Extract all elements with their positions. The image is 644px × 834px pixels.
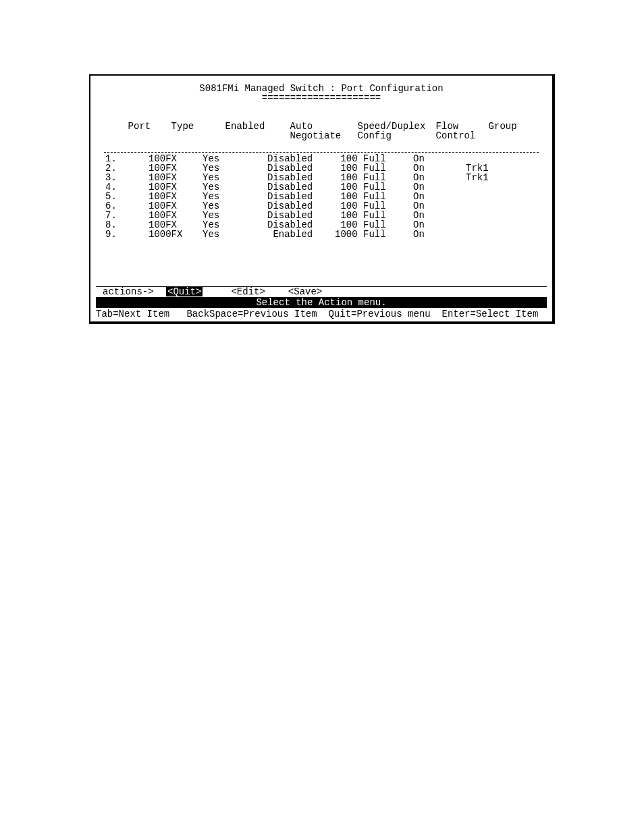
cell-port: 5. xyxy=(96,192,149,201)
hdr-enabled: Enabled xyxy=(225,122,290,131)
hdr-speed: Speed/DuplexConfig xyxy=(358,122,436,140)
hdr-flow-2: Control xyxy=(436,130,476,141)
cell-neg: Disabled xyxy=(267,201,335,211)
actions-label: actions-> xyxy=(103,287,166,296)
cell-port: 9. xyxy=(96,230,149,239)
cell-speed: 100 Full xyxy=(335,201,413,211)
table-body: 1.100FXYesDisabled 100 FullOn2.100FXYesD… xyxy=(96,154,547,286)
cell-port: 1. xyxy=(96,154,149,163)
cell-flow: On xyxy=(413,192,466,201)
cell-flow: On xyxy=(413,201,466,211)
table-row[interactable]: 8.100FXYesDisabled 100 FullOn xyxy=(96,220,547,230)
cell-speed: 100 Full xyxy=(335,211,413,220)
cell-port: 4. xyxy=(96,182,149,192)
cell-type: 100FX xyxy=(149,192,203,201)
cell-enabled: Yes xyxy=(203,211,267,220)
cell-flow: On xyxy=(413,173,466,182)
cell-neg: Disabled xyxy=(267,220,335,230)
cell-speed: 100 Full xyxy=(335,182,413,192)
cell-speed: 100 Full xyxy=(335,192,413,201)
cell-neg: Enabled xyxy=(267,230,335,239)
cell-port: 2. xyxy=(96,163,149,173)
cell-type: 100FX xyxy=(149,182,203,192)
cell-group: Trk1 xyxy=(466,173,506,182)
table-row[interactable]: 1.100FXYesDisabled 100 FullOn xyxy=(96,154,547,163)
cell-type: 100FX xyxy=(149,211,203,220)
cell-flow: On xyxy=(413,211,466,220)
cell-neg: Disabled xyxy=(267,211,335,220)
cell-enabled: Yes xyxy=(203,220,267,230)
hdr-type: Type xyxy=(171,122,225,131)
hdr-neg-2: Negotiate xyxy=(290,130,342,141)
cell-port: 6. xyxy=(96,201,149,211)
table-row[interactable]: 7.100FXYesDisabled 100 FullOn xyxy=(96,211,547,220)
table-row[interactable]: 4.100FXYesDisabled 100 FullOn xyxy=(96,182,547,192)
cell-type: 100FX xyxy=(149,201,203,211)
quit-button[interactable]: <Quit> xyxy=(166,287,203,296)
header-rule xyxy=(104,152,539,153)
cell-enabled: Yes xyxy=(203,201,267,211)
table-header: PortTypeEnabledAutoNegotiateSpeed/Duplex… xyxy=(96,103,547,150)
page-title: S081FMi Managed Switch : Port Configurat… xyxy=(96,84,547,93)
cell-speed: 100 Full xyxy=(335,154,413,163)
cell-enabled: Yes xyxy=(203,173,267,182)
cell-type: 1000FX xyxy=(149,230,203,239)
hdr-neg: AutoNegotiate xyxy=(290,122,358,140)
table-row[interactable]: 6.100FXYesDisabled 100 FullOn xyxy=(96,201,547,211)
help-bar: Tab=Next Item BackSpace=Previous Item Qu… xyxy=(96,309,547,320)
hint-bar: Select the Action menu. xyxy=(96,297,547,308)
hdr-flow: FlowControl xyxy=(436,122,489,140)
cell-enabled: Yes xyxy=(203,192,267,201)
cell-type: 100FX xyxy=(149,220,203,230)
cell-port: 7. xyxy=(96,211,149,220)
save-button[interactable]: <Save> xyxy=(287,287,323,296)
title-underline: ===================== xyxy=(96,93,547,103)
cell-enabled: Yes xyxy=(203,182,267,192)
cell-neg: Disabled xyxy=(267,182,335,192)
table-row[interactable]: 2.100FXYesDisabled 100 FullOnTrk1 xyxy=(96,163,547,173)
cell-neg: Disabled xyxy=(267,163,335,173)
cell-enabled: Yes xyxy=(203,154,267,163)
device-name: S081FMi Managed Switch xyxy=(199,84,324,93)
cell-speed: 100 Full xyxy=(335,220,413,230)
hdr-port: Port xyxy=(119,122,171,131)
cell-speed: 100 Full xyxy=(335,163,413,173)
cell-enabled: Yes xyxy=(203,230,267,239)
cell-type: 100FX xyxy=(149,154,203,163)
cell-enabled: Yes xyxy=(203,163,267,173)
cell-port: 8. xyxy=(96,220,149,230)
cell-type: 100FX xyxy=(149,173,203,182)
table-row[interactable]: 5.100FXYesDisabled 100 FullOn xyxy=(96,192,547,201)
cell-neg: Disabled xyxy=(267,173,335,182)
cell-speed: 1000 Full xyxy=(335,230,413,239)
table-row[interactable]: 9.1000FXYes Enabled1000 FullOn xyxy=(96,230,547,239)
cell-port: 3. xyxy=(96,173,149,182)
edit-button[interactable]: <Edit> xyxy=(230,287,266,296)
terminal-window: S081FMi Managed Switch : Port Configurat… xyxy=(89,74,555,324)
cell-neg: Disabled xyxy=(267,154,335,163)
cell-group: Trk1 xyxy=(466,163,506,173)
actions-bar: actions-><Quit><Edit><Save> xyxy=(96,287,547,297)
cell-flow: On xyxy=(413,163,466,173)
cell-flow: On xyxy=(413,230,466,239)
hdr-spd-2: Config xyxy=(358,130,392,141)
hdr-group: Group xyxy=(489,122,529,131)
page-name: Port Configuration xyxy=(341,84,443,93)
cell-flow: On xyxy=(413,182,466,192)
cell-flow: On xyxy=(413,154,466,163)
cell-type: 100FX xyxy=(149,163,203,173)
cell-flow: On xyxy=(413,220,466,230)
cell-speed: 100 Full xyxy=(335,173,413,182)
table-row[interactable]: 3.100FXYesDisabled 100 FullOnTrk1 xyxy=(96,173,547,182)
cell-neg: Disabled xyxy=(267,192,335,201)
